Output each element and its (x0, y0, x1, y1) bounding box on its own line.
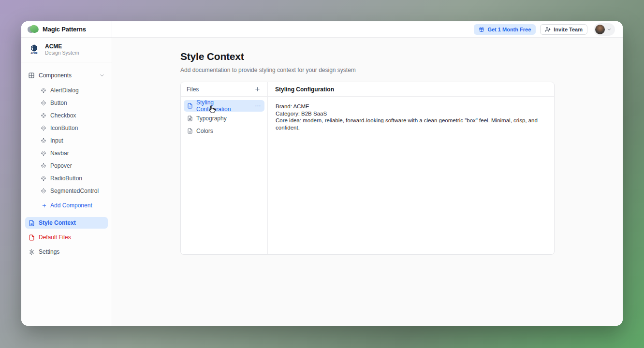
file-label: Styling Configuration (196, 99, 248, 113)
main-area: Get 1 Month Free Invite Team Style Conte… (112, 21, 623, 326)
component-icon (41, 125, 46, 131)
page-content: Style Context Add documentation to provi… (112, 38, 623, 326)
component-label: Navbar (50, 150, 69, 157)
sidebar: Magic Patterns ACME ACME Design System (21, 21, 112, 326)
component-label: Popover (50, 162, 72, 169)
magic-patterns-logo-icon (28, 25, 39, 34)
add-component-label: Add Component (50, 202, 92, 209)
component-label: Input (50, 137, 63, 144)
sidebar-item-style-context[interactable]: Style Context (25, 217, 108, 229)
component-icon (41, 87, 46, 93)
acme-logo-icon: ACME (28, 43, 41, 56)
file-text-icon (187, 128, 193, 134)
sidebar-item-default-files[interactable]: Default Files (25, 232, 108, 243)
page-title: Style Context (180, 51, 555, 62)
sidebar-item-alertdialog[interactable]: AlertDialog (21, 84, 112, 97)
component-icon (41, 100, 46, 106)
style-context-panel: Files Styling Configuration (180, 82, 555, 255)
component-icon (41, 188, 46, 194)
style-context-label: Style Context (39, 219, 76, 226)
get-month-free-button[interactable]: Get 1 Month Free (474, 24, 536, 35)
doc-header-label: Styling Configuration (275, 86, 334, 93)
doc-line-core-idea: Core idea: modern, reliable, forward-loo… (276, 117, 546, 131)
file-menu-button[interactable]: ⋯ (255, 103, 261, 108)
component-icon (41, 150, 46, 156)
add-component-button[interactable]: Add Component (21, 199, 112, 212)
file-item-colors[interactable]: Colors (184, 125, 264, 137)
file-label: Typography (196, 115, 227, 122)
component-label: IconButton (50, 125, 78, 131)
file-icon (29, 234, 35, 241)
app-logo[interactable]: Magic Patterns (21, 21, 112, 38)
file-item-styling-configuration[interactable]: Styling Configuration ⋯ (184, 100, 264, 112)
component-label: SegmentedControl (50, 188, 99, 194)
components-section-toggle[interactable]: Components (21, 69, 112, 82)
grid-icon (28, 72, 35, 79)
topbar: Get 1 Month Free Invite Team (112, 21, 623, 38)
sidebar-item-iconbutton[interactable]: IconButton (21, 122, 112, 134)
acme-logo-text: ACME (30, 52, 37, 55)
sidebar-item-input[interactable]: Input (21, 134, 112, 147)
workspace-switcher[interactable]: ACME ACME Design System (21, 38, 112, 62)
doc-content: Brand: ACME Category: B2B SaaS Core idea… (268, 97, 554, 254)
doc-line-brand: Brand: ACME (276, 103, 546, 110)
component-label: AlertDialog (50, 87, 79, 94)
file-text-icon (29, 220, 35, 226)
component-label: RadioButton (50, 175, 82, 182)
gift-icon (479, 27, 484, 32)
gear-icon (29, 249, 35, 255)
settings-label: Settings (39, 248, 59, 255)
component-label: Checkbox (50, 112, 76, 119)
workspace-subtitle: Design System (45, 50, 79, 56)
components-list: AlertDialog Button Checkbox IconButton I… (21, 84, 112, 197)
sidebar-item-navbar[interactable]: Navbar (21, 147, 112, 160)
sidebar-item-button[interactable]: Button (21, 97, 112, 109)
account-menu[interactable] (594, 23, 615, 36)
doc-line-category: Category: B2B SaaS (276, 110, 546, 117)
sidebar-item-checkbox[interactable]: Checkbox (21, 109, 112, 122)
component-label: Button (50, 100, 67, 106)
workspace-name: ACME (45, 43, 79, 50)
chevron-down-icon (607, 27, 612, 32)
sidebar-item-settings[interactable]: Settings (25, 246, 108, 258)
user-plus-icon (545, 27, 551, 32)
invite-team-button[interactable]: Invite Team (540, 24, 587, 35)
sidebar-item-popover[interactable]: Popover (21, 160, 112, 172)
files-panel-header: Files (181, 82, 268, 97)
files-header-label: Files (187, 86, 199, 93)
component-icon (41, 163, 46, 169)
files-list: Styling Configuration ⋯ Typography (181, 97, 268, 254)
page-subtitle: Add documentation to provide styling con… (180, 67, 555, 73)
plus-icon (42, 203, 47, 208)
component-icon (41, 138, 46, 144)
avatar (595, 25, 605, 34)
file-item-typography[interactable]: Typography (184, 113, 264, 124)
app-window: Magic Patterns ACME ACME Design System (21, 21, 623, 326)
sidebar-item-radiobutton[interactable]: RadioButton (21, 172, 112, 185)
add-file-button[interactable] (253, 85, 262, 94)
components-section-label: Components (39, 72, 72, 79)
desktop-background: { "window": { "brand": "Magic Patterns" … (0, 0, 644, 348)
file-label: Colors (196, 128, 213, 134)
get-month-free-label: Get 1 Month Free (487, 27, 531, 32)
file-text-icon (187, 116, 193, 121)
default-files-label: Default Files (39, 234, 71, 241)
component-icon (41, 113, 46, 118)
invite-team-label: Invite Team (554, 27, 583, 32)
doc-panel-header: Styling Configuration (268, 82, 554, 97)
sidebar-item-segmentedcontrol[interactable]: SegmentedControl (21, 185, 112, 197)
chevron-down-icon (99, 72, 105, 78)
component-icon (41, 175, 46, 181)
file-text-icon (187, 103, 193, 109)
app-brand-name: Magic Patterns (43, 26, 86, 33)
